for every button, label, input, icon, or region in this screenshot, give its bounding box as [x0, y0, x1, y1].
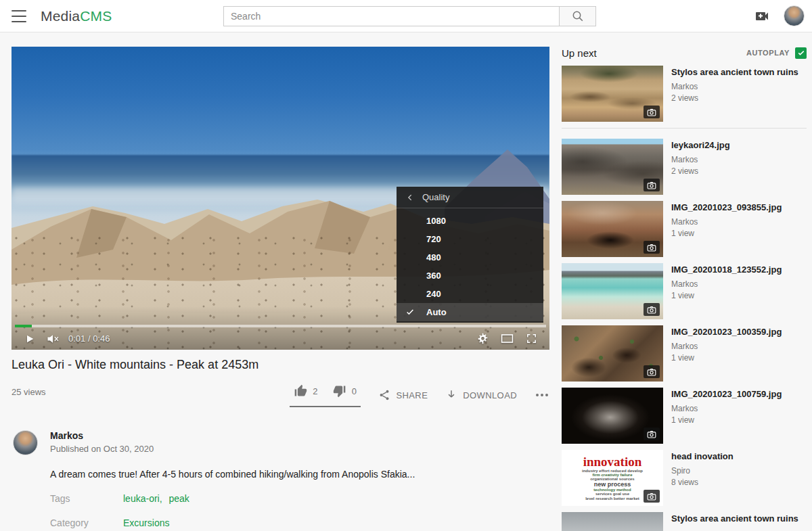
- player-controls-right: [474, 330, 540, 348]
- mediacms-page: MediaCMS: [0, 0, 812, 531]
- related-title[interactable]: IMG_20201018_123552.jpg: [671, 264, 782, 275]
- share-button[interactable]: SHARE: [378, 389, 428, 401]
- autoplay-checkbox[interactable]: [795, 47, 807, 59]
- player-controls: 0:01 / 0:46: [12, 327, 549, 350]
- related-views: 2 views: [671, 166, 730, 176]
- author-section: Markos Published on Oct 30, 2020: [12, 430, 549, 455]
- quality-menu-title: Quality: [422, 192, 449, 202]
- tag-link-peak[interactable]: peak: [168, 493, 189, 504]
- related-thumbnail[interactable]: [562, 201, 663, 257]
- related-thumbnail[interactable]: [562, 325, 663, 382]
- tags-label: Tags: [50, 493, 123, 504]
- related-thumbnail[interactable]: innovation industry effort reduced devel…: [562, 450, 663, 506]
- fullscreen-icon[interactable]: [522, 330, 540, 348]
- share-icon: [378, 389, 390, 401]
- search-icon: [571, 9, 585, 23]
- up-next-header: Up next AUTOPLAY: [562, 46, 807, 60]
- related-thumbnail[interactable]: [562, 263, 663, 319]
- like-button[interactable]: 2: [294, 384, 318, 398]
- play-button[interactable]: [21, 330, 39, 348]
- menu-icon[interactable]: [12, 10, 26, 22]
- upload-media-icon[interactable]: [754, 8, 770, 24]
- autoplay-label: AUTOPLAY: [746, 49, 790, 57]
- user-avatar[interactable]: [784, 5, 805, 26]
- search-button[interactable]: [560, 6, 596, 26]
- category-row: Category Excursions: [50, 517, 549, 528]
- autoplay-toggle: AUTOPLAY: [746, 47, 807, 59]
- wordcloud-big-word: innovation: [583, 455, 642, 469]
- related-media-list: Stylos area ancient town ruins Markos 2 …: [562, 66, 807, 531]
- camera-icon: [644, 365, 660, 378]
- brand-logo[interactable]: MediaCMS: [41, 8, 112, 24]
- checkmark-icon: [797, 49, 805, 57]
- related-media-item[interactable]: IMG_20201018_123552.jpg Markos 1 view: [562, 263, 807, 319]
- related-author[interactable]: Markos: [671, 342, 782, 351]
- related-thumbnail[interactable]: [562, 512, 663, 531]
- author-avatar[interactable]: [13, 430, 38, 455]
- quality-options-list: 1080 720 480 360 240 Auto: [397, 208, 543, 321]
- related-title[interactable]: head inovation: [671, 451, 734, 462]
- tags-row: Tags leuka-ori, peak: [50, 493, 549, 504]
- related-title[interactable]: Stylos area ancient town ruins: [671, 67, 798, 78]
- related-title[interactable]: IMG_20201023_100359.jpg: [671, 327, 782, 338]
- more-options-icon[interactable]: [535, 390, 549, 400]
- brand-media-text: Media: [41, 8, 80, 24]
- quality-option-1080[interactable]: 1080: [397, 212, 543, 230]
- up-next-sidebar: Up next AUTOPLAY Stylos area ancie: [562, 46, 807, 531]
- media-actions: 2 0 SHARE: [290, 383, 549, 407]
- related-author[interactable]: Markos: [671, 82, 798, 91]
- camera-icon: [644, 303, 660, 316]
- quality-option-auto[interactable]: Auto: [397, 303, 543, 321]
- rate-group: 2 0: [290, 383, 361, 407]
- category-link-excursions[interactable]: Excursions: [123, 517, 169, 528]
- theater-mode-icon[interactable]: [498, 330, 516, 348]
- related-views: 1 view: [671, 229, 782, 238]
- media-info-section: Leuka Ori - White mountains - Peak at 24…: [12, 358, 549, 531]
- quality-option-360[interactable]: 360: [397, 267, 543, 285]
- related-media-item[interactable]: innovation industry effort reduced devel…: [562, 450, 807, 506]
- related-thumbnail[interactable]: [562, 139, 663, 195]
- view-count: 25 views: [12, 383, 46, 397]
- related-media-item[interactable]: IMG_20201023_100759.jpg Markos 1 view: [562, 388, 807, 444]
- related-author[interactable]: Spiro: [671, 466, 734, 476]
- related-thumbnail[interactable]: [562, 388, 663, 444]
- video-player[interactable]: Quality 1080 720 480 360 240 Auto: [12, 47, 549, 350]
- search-bar: [223, 6, 596, 26]
- related-views: 1 view: [671, 291, 782, 300]
- related-author[interactable]: Markos: [671, 155, 730, 164]
- thumbs-down-icon: [333, 384, 346, 398]
- search-input[interactable]: [223, 6, 560, 26]
- quality-option-240[interactable]: 240: [397, 285, 543, 303]
- related-media-item[interactable]: IMG_20201023_093855.jpg Markos 1 view: [562, 201, 807, 257]
- author-name[interactable]: Markos: [50, 430, 154, 441]
- related-title[interactable]: Stylos area ancient town ruins: [671, 513, 798, 524]
- settings-gear-icon[interactable]: [474, 330, 491, 348]
- up-next-title: Up next: [562, 47, 597, 59]
- related-media-item[interactable]: IMG_20201023_100359.jpg Markos 1 view: [562, 325, 807, 382]
- related-author[interactable]: Markos: [671, 217, 782, 227]
- related-author[interactable]: Markos: [671, 279, 782, 289]
- quality-settings-menu: Quality 1080 720 480 360 240 Auto: [397, 187, 543, 323]
- related-views: 2 views: [671, 93, 798, 103]
- camera-icon: [644, 179, 660, 191]
- tag-link-leuka-ori[interactable]: leuka-ori,: [123, 493, 162, 504]
- related-media-item[interactable]: Stylos area ancient town ruins: [562, 512, 807, 531]
- related-title[interactable]: IMG_20201023_093855.jpg: [671, 202, 782, 213]
- download-button[interactable]: DOWNLOAD: [445, 389, 517, 401]
- related-media-item[interactable]: Stylos area ancient town ruins Markos 2 …: [562, 66, 807, 122]
- stats-row: 25 views 2 0: [12, 383, 549, 407]
- dislike-button[interactable]: 0: [333, 384, 357, 398]
- chevron-left-icon: [406, 193, 414, 202]
- related-author[interactable]: Markos: [671, 404, 782, 413]
- camera-icon: [644, 490, 660, 503]
- quality-menu-back[interactable]: Quality: [397, 187, 543, 208]
- quality-option-720[interactable]: 720: [397, 230, 543, 248]
- related-thumbnail[interactable]: [562, 66, 663, 122]
- quality-option-480[interactable]: 480: [397, 248, 543, 267]
- mute-icon[interactable]: [44, 330, 62, 348]
- quality-option-auto-label: Auto: [426, 307, 447, 317]
- related-media-item[interactable]: leykaori24.jpg Markos 2 views: [562, 139, 807, 195]
- related-title[interactable]: IMG_20201023_100759.jpg: [671, 389, 782, 400]
- brand-cms-text: CMS: [80, 8, 112, 24]
- related-title[interactable]: leykaori24.jpg: [671, 140, 730, 151]
